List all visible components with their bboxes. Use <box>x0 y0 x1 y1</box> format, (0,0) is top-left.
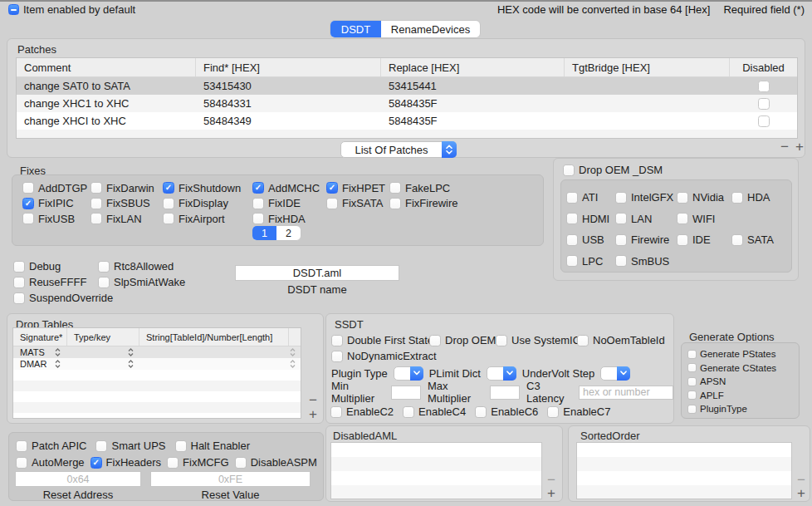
sorted-order-remove-button[interactable]: − <box>795 474 808 486</box>
checkbox-enablec7[interactable]: EnableC7 <box>547 405 610 418</box>
reset-value-input[interactable] <box>150 471 311 487</box>
checkbox-adddtgp[interactable]: AddDTGP <box>22 182 90 194</box>
checkbox-slpsmiatwake[interactable]: SlpSmiAtWake <box>98 276 185 288</box>
checkbox-fixhpet[interactable]: FixHPET <box>326 182 389 194</box>
checkbox-smart-ups[interactable]: Smart UPS <box>95 440 165 452</box>
checkbox-enablec4[interactable]: EnableC4 <box>403 405 466 418</box>
checkbox-double-first-state[interactable]: Double First State <box>331 334 433 346</box>
drop-tables-table[interactable]: Signature* Type/key String[TableId]/Numb… <box>12 327 301 419</box>
dsdt-name-input[interactable] <box>235 265 399 281</box>
patch-row[interactable]: change SAT0 to SATA 53415430 53415441 <box>17 77 797 95</box>
checkbox-rtc8allowed[interactable]: Rtc8Allowed <box>98 260 185 273</box>
checkbox-plugintype[interactable]: PluginType <box>687 404 776 414</box>
checkbox-fixide[interactable]: FixIDE <box>252 197 326 209</box>
col-find[interactable]: Find* [HEX] <box>196 58 381 76</box>
checkbox-drop-oem-dsm[interactable]: Drop OEM _DSM <box>563 164 663 176</box>
disabled-aml-remove-button[interactable]: − <box>545 474 558 486</box>
disabled-checkbox[interactable] <box>758 98 770 110</box>
tab-renamedevices[interactable]: RenameDevices <box>381 21 480 37</box>
drop-table-row[interactable]: DMAR <box>13 358 301 370</box>
checkbox-debug[interactable]: Debug <box>13 260 98 273</box>
list-of-patches-dropdown[interactable]: List Of Patches <box>340 141 457 158</box>
checkbox-fakelpc[interactable]: FakeLPC <box>389 182 458 194</box>
col-string-tableid[interactable]: String[TableId]/Number[Length] <box>139 328 289 346</box>
col-tgtbridge[interactable]: TgtBridge [HEX] <box>565 58 730 76</box>
stepper-icon[interactable] <box>55 348 61 356</box>
checkbox-patch-apic[interactable]: Patch APIC <box>16 440 86 452</box>
checkbox-fixmcfg[interactable]: FixMCFG <box>167 456 229 469</box>
checkbox-automerge[interactable]: AutoMerge <box>16 456 85 469</box>
checkbox-fixdisplay[interactable]: FixDisplay <box>163 197 252 209</box>
checkbox-ide[interactable]: IDE <box>677 233 731 246</box>
checkbox-nodynamicextract[interactable]: NoDynamicExtract <box>331 350 437 362</box>
checkbox-fixsata[interactable]: FixSATA <box>326 197 389 209</box>
disabled-aml-add-button[interactable]: + <box>545 488 558 499</box>
checkbox-suspendoverride[interactable]: SuspendOverride <box>13 292 185 304</box>
col-typekey[interactable]: Type/key <box>67 328 139 346</box>
patch-row[interactable]: change XHCI to XHC 58484349 5848435F <box>17 112 797 130</box>
checkbox-wifi[interactable]: WIFI <box>677 213 731 225</box>
checkbox-intelgfx[interactable]: IntelGFX <box>615 191 677 204</box>
col-signature[interactable]: Signature* <box>13 328 67 346</box>
checkbox-aplf[interactable]: APLF <box>687 391 776 400</box>
checkbox-generate-pstates[interactable]: Generate PStates <box>687 349 776 359</box>
checkbox-fixsbus[interactable]: FixSBUS <box>90 197 163 209</box>
checkbox-generate-cstates[interactable]: Generate CStates <box>687 363 776 373</box>
checkbox-fixairport[interactable]: FixAirport <box>163 213 252 225</box>
checkbox-fixhda[interactable]: FixHDA <box>252 213 326 225</box>
disabled-checkbox[interactable] <box>758 81 770 92</box>
disabled-checkbox[interactable] <box>758 115 770 127</box>
checkbox-hda[interactable]: HDA <box>731 191 774 204</box>
col-disabled[interactable]: Disabled <box>730 58 797 76</box>
checkbox-disableaspm[interactable]: DisableASPM <box>235 456 317 469</box>
checkbox-halt-enabler[interactable]: Halt Enabler <box>175 440 251 452</box>
checkbox-fixfirewire[interactable]: FixFirewire <box>389 197 458 209</box>
max-multiplier-input[interactable] <box>490 386 520 400</box>
item-enabled-checkbox[interactable]: Item enabled by default <box>8 3 135 16</box>
patches-add-button[interactable]: + <box>793 141 806 153</box>
fixes-page-2[interactable]: 2 <box>276 226 301 240</box>
patch-row[interactable]: change XHC1 to XHC 58484331 5848435F <box>17 95 797 112</box>
checkbox-fixipic[interactable]: FixIPIC <box>22 197 90 209</box>
stepper-icon[interactable] <box>128 360 134 368</box>
checkbox-reuseffff[interactable]: ReuseFFFF <box>13 276 98 288</box>
checkbox-fixusb[interactable]: FixUSB <box>22 213 90 225</box>
checkbox-apsn[interactable]: APSN <box>687 376 776 386</box>
checkbox-enablec6[interactable]: EnableC6 <box>475 405 538 418</box>
checkbox-use-systemio[interactable]: Use SystemIO <box>496 334 581 346</box>
checkbox-fixshutdown[interactable]: FixShutdown <box>163 182 252 194</box>
checkbox-nooemtableid[interactable]: NoOemTableId <box>577 334 665 346</box>
min-multiplier-input[interactable] <box>391 386 421 400</box>
checkbox-lpc[interactable]: LPC <box>566 255 615 268</box>
plugin-type-dropdown[interactable] <box>394 366 423 381</box>
drop-tables-remove-button[interactable]: − <box>306 395 320 406</box>
tab-dsdt[interactable]: DSDT <box>330 21 381 37</box>
col-replace[interactable]: Replace [HEX] <box>381 58 565 76</box>
checkbox-drop-oem[interactable]: Drop OEM <box>429 334 496 346</box>
checkbox-ati[interactable]: ATI <box>566 191 615 204</box>
sorted-order-list[interactable] <box>576 442 792 499</box>
reset-address-input[interactable] <box>15 471 141 487</box>
checkbox-nvidia[interactable]: NVidia <box>677 191 731 204</box>
stepper-icon[interactable] <box>290 360 296 368</box>
undervolt-step-dropdown[interactable] <box>600 366 630 381</box>
drop-tables-add-button[interactable]: + <box>306 409 320 420</box>
checkbox-smbus[interactable]: SmBUS <box>615 255 677 268</box>
sorted-order-add-button[interactable]: + <box>795 488 808 499</box>
patches-remove-button[interactable]: − <box>778 141 791 153</box>
disabled-aml-list[interactable] <box>330 442 542 499</box>
checkbox-lan[interactable]: LAN <box>615 213 677 225</box>
checkbox-fixdarwin[interactable]: FixDarwin <box>90 182 163 194</box>
stepper-icon[interactable] <box>290 348 296 356</box>
checkbox-firewire[interactable]: Firewire <box>615 233 677 246</box>
col-comment[interactable]: Comment <box>17 58 196 76</box>
checkbox-fixlan[interactable]: FixLAN <box>90 213 163 225</box>
stepper-icon[interactable] <box>55 360 61 368</box>
drop-table-row[interactable]: MATS <box>13 346 301 358</box>
checkbox-sata[interactable]: SATA <box>731 233 774 246</box>
stepper-icon[interactable] <box>128 348 134 356</box>
checkbox-addmchc[interactable]: AddMCHC <box>252 182 326 194</box>
c3-latency-input[interactable] <box>579 386 673 400</box>
fixes-page-1[interactable]: 1 <box>252 226 276 240</box>
checkbox-enablec2[interactable]: EnableC2 <box>330 405 394 418</box>
